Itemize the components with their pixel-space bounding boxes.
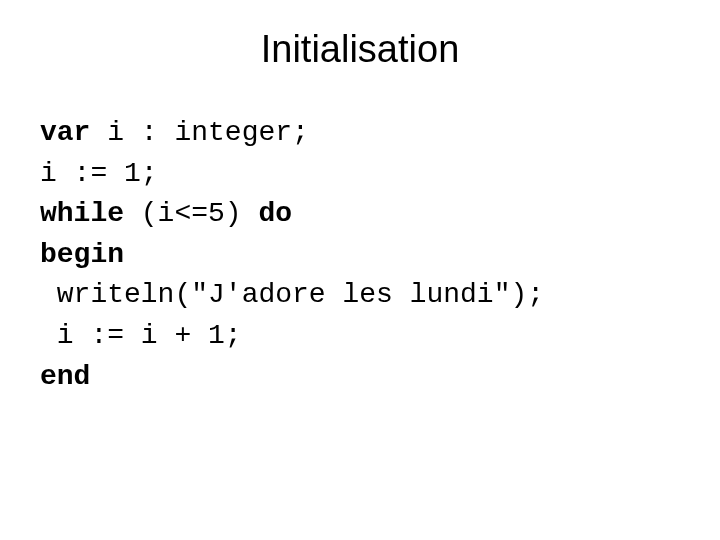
slide: Initialisation var i : integer; i := 1; … [0, 0, 720, 540]
code-text: writeln("J'adore les lundi"); [40, 279, 544, 310]
keyword-end: end [40, 361, 90, 392]
code-text: i := 1; [40, 158, 158, 189]
slide-title: Initialisation [40, 28, 680, 71]
code-block: var i : integer; i := 1; while (i<=5) do… [40, 113, 680, 397]
keyword-do: do [258, 198, 292, 229]
keyword-while: while [40, 198, 124, 229]
code-text: (i<=5) [124, 198, 258, 229]
code-text: i : integer; [90, 117, 308, 148]
keyword-var: var [40, 117, 90, 148]
keyword-begin: begin [40, 239, 124, 270]
code-text: i := i + 1; [40, 320, 242, 351]
